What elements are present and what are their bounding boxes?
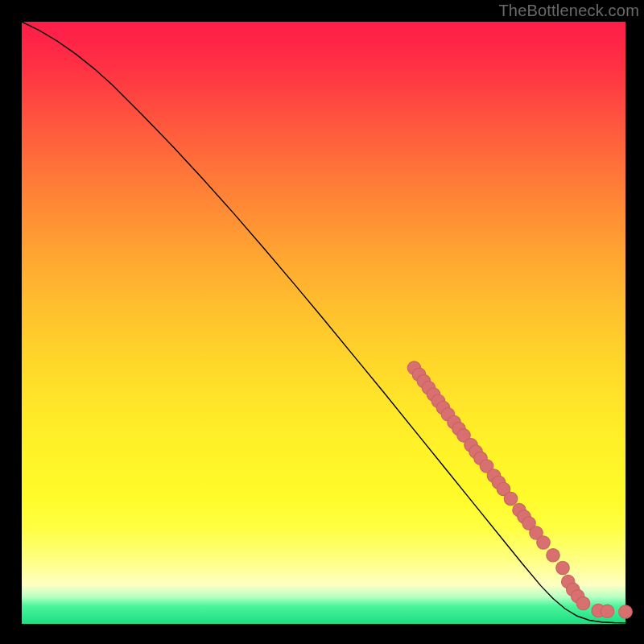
marker-dot (504, 492, 518, 505)
chart-overlay (22, 22, 625, 624)
marker-group (407, 361, 632, 618)
watermark-text: TheBottleneck.com (498, 2, 639, 20)
marker-dot (576, 597, 590, 609)
marker-dot (537, 536, 551, 549)
marker-dot (601, 605, 614, 617)
marker-dot (619, 605, 633, 618)
chart-stage: TheBottleneck.com (0, 0, 644, 644)
marker-dot (556, 561, 570, 574)
marker-dot (547, 549, 560, 562)
